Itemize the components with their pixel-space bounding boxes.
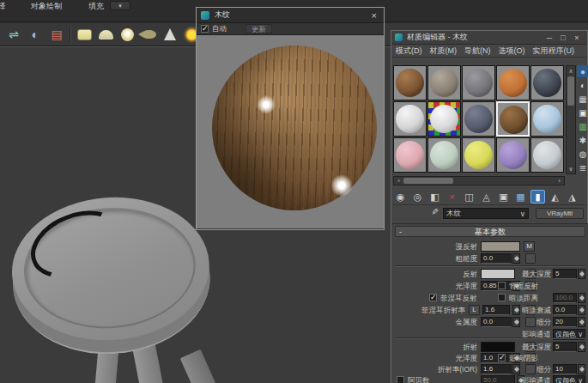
menu-item[interactable]: 材质(M)	[430, 46, 458, 57]
slot-checker[interactable]	[427, 101, 461, 137]
slot-pink[interactable]	[393, 137, 427, 173]
roughness-map-button[interactable]	[525, 253, 536, 264]
cone-primitive-icon[interactable]	[161, 26, 179, 43]
pick-material-icon[interactable]: ✎	[430, 208, 439, 215]
close-icon[interactable]: ×	[570, 33, 584, 42]
menu-item[interactable]: 选项(O)	[499, 46, 525, 57]
assign-material-icon[interactable]: ◧	[427, 190, 442, 204]
update-button[interactable]: 更新	[246, 24, 272, 33]
select-by-material-icon[interactable]: ◍	[577, 148, 588, 160]
auto-update-checkbox[interactable]	[201, 25, 209, 33]
show-end-result-icon[interactable]: ▮	[530, 190, 545, 204]
ribbon-dropdown-button[interactable]: ▾	[110, 1, 130, 10]
slot-light-blue[interactable]	[530, 101, 564, 137]
roughness-field[interactable]: 0.0	[481, 253, 512, 264]
material-type-button[interactable]: VRayMtl	[536, 208, 584, 219]
menu-item[interactable]: 导航(N)	[464, 46, 491, 57]
dim-falloff-spinner[interactable]	[578, 305, 585, 315]
subdivs-spinner[interactable]	[578, 317, 585, 327]
refract-affect-channels-dropdown[interactable]: 仅颜色 ∨	[553, 375, 585, 383]
teapot-primitive-icon[interactable]	[140, 26, 157, 43]
scroll-left-icon[interactable]: ‹	[394, 177, 403, 185]
menu-item[interactable]: 模式(D)	[396, 46, 422, 57]
refract-subdivs-field[interactable]: 10	[553, 364, 577, 374]
scrollbar-thumb[interactable]	[567, 76, 574, 106]
background-icon[interactable]: ▦	[577, 93, 588, 105]
slot-wood-selected[interactable]	[496, 101, 530, 137]
slot-white[interactable]	[393, 101, 427, 137]
sphere-primitive-icon[interactable]	[118, 26, 136, 43]
app-logo-icon	[395, 33, 403, 41]
slot-orange[interactable]	[496, 65, 530, 100]
collapse-icon[interactable]: -	[399, 227, 402, 237]
video-color-check-icon[interactable]: ▥	[577, 120, 588, 132]
put-material-to-scene-icon[interactable]: ◎	[410, 190, 425, 204]
material-id-channel-icon[interactable]: ▣	[496, 190, 511, 204]
sample-type-icon[interactable]: ●	[577, 65, 588, 77]
max-depth-field[interactable]: 5	[553, 269, 577, 279]
options-icon[interactable]: ✱	[577, 134, 588, 146]
menu-item[interactable]: 实用程序(U)	[533, 46, 575, 57]
slot-gray-tan[interactable]	[427, 65, 461, 100]
slot-gray[interactable]	[462, 65, 495, 100]
slot-slate-blue[interactable]	[462, 101, 495, 137]
make-material-copy-icon[interactable]: ◫	[462, 190, 476, 204]
ribbon-tab[interactable]: 择	[0, 1, 5, 12]
layer-explorer-icon[interactable]: ▤	[48, 26, 65, 43]
scrollbar-thumb[interactable]	[403, 178, 453, 184]
get-material-icon[interactable]: ◉	[393, 190, 408, 204]
subdivs-field[interactable]: 20	[553, 317, 577, 327]
rollout-title: 基本参数	[475, 228, 506, 236]
max-depth-spinner[interactable]	[578, 269, 585, 279]
material-name-dropdown[interactable]: 木纹 ∨	[443, 208, 529, 219]
wood-material-sphere	[212, 46, 377, 210]
scroll-right-icon[interactable]: ›	[555, 177, 564, 185]
material-map-navigator-icon[interactable]: ≣	[577, 161, 588, 173]
horizontal-scrollbar[interactable]: ‹ ›	[393, 176, 565, 185]
maximize-icon[interactable]: □	[556, 33, 570, 42]
go-to-parent-icon[interactable]: ◭	[548, 190, 562, 204]
vertical-scrollbar[interactable]: ∧ ∨	[566, 65, 576, 174]
refract-max-depth-field[interactable]: 5	[553, 342, 577, 352]
slot-light-gray[interactable]	[530, 137, 564, 173]
diffuse-color-swatch[interactable]	[481, 241, 520, 252]
dim-falloff-field[interactable]: 0.0	[553, 305, 577, 315]
roughness-spinner[interactable]	[512, 253, 520, 264]
backlight-icon[interactable]: ◐	[577, 79, 588, 91]
sample-uv-tiling-icon[interactable]: ▣	[577, 106, 588, 119]
refract-max-depth-spinner[interactable]	[578, 342, 585, 352]
dim-distance-spinner[interactable]	[578, 293, 585, 303]
slot-dark-navy[interactable]	[530, 65, 564, 100]
diffuse-label: 漫反射	[422, 242, 477, 252]
slot-pale-green[interactable]	[427, 137, 461, 173]
slot-wood-brown[interactable]	[393, 65, 427, 100]
align-icon[interactable]: ◐	[27, 26, 44, 43]
scroll-down-icon[interactable]: ∨	[568, 164, 573, 173]
scroll-up-icon[interactable]: ∧	[568, 66, 573, 76]
ribbon-tab[interactable]: 对象绘制	[31, 1, 62, 12]
dome-primitive-icon[interactable]	[97, 26, 114, 43]
refract-max-depth-label: 最大深度	[496, 343, 551, 353]
put-to-library-icon[interactable]: ◬	[479, 190, 494, 204]
slot-purple[interactable]	[496, 137, 530, 173]
go-forward-sibling-icon[interactable]: ◮	[565, 190, 579, 204]
back-reflect-label: 背面反射	[509, 282, 538, 292]
box-primitive-icon[interactable]	[76, 26, 93, 43]
dim-distance-checkbox[interactable]	[498, 294, 506, 301]
diffuse-map-button[interactable]: M	[524, 241, 535, 252]
rollout-header[interactable]: - 基本参数	[395, 226, 585, 237]
minimize-icon[interactable]: ─	[543, 33, 556, 42]
show-material-in-viewport-icon[interactable]: ▦	[513, 190, 528, 204]
editor-title-bar[interactable]: 材质编辑器 - 木纹 ─ □ ×	[391, 31, 587, 45]
reset-material-icon[interactable]: ×	[445, 190, 459, 204]
slot-yellow[interactable]	[462, 137, 495, 173]
toolbar-separator[interactable]	[70, 26, 71, 43]
dim-distance-field[interactable]: 100.0	[553, 293, 577, 303]
refract-subdivs-spinner[interactable]	[578, 364, 585, 374]
affect-shadows-checkbox[interactable]	[498, 354, 506, 362]
preview-title-bar[interactable]: 木纹 ×	[197, 8, 384, 23]
ribbon-tab[interactable]: 填充	[88, 1, 104, 12]
mirror-icon[interactable]: ⇌	[5, 26, 22, 43]
close-icon[interactable]: ×	[369, 10, 379, 21]
back-reflect-checkbox[interactable]	[498, 282, 506, 289]
